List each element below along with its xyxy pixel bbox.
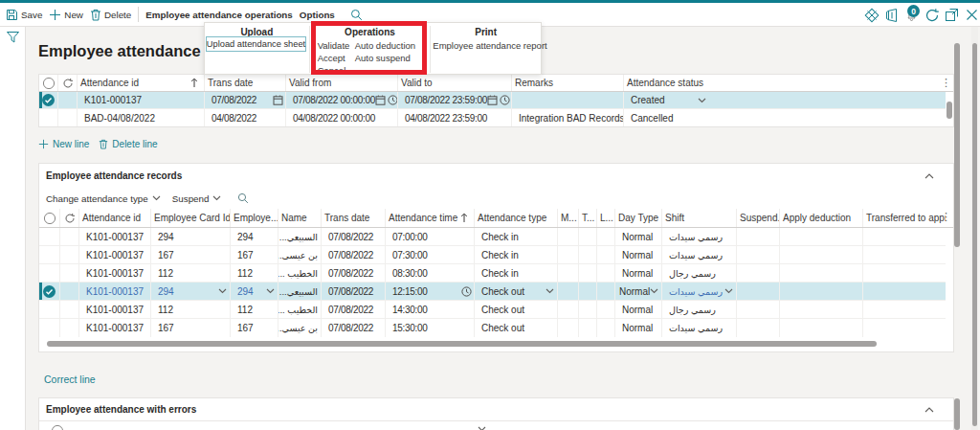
cell-employee[interactable]: 112 — [231, 301, 278, 318]
col-attendance-time[interactable]: Attendance time — [386, 209, 475, 227]
cell-trans-date[interactable]: 07/08/2022 — [322, 283, 386, 300]
cell-attendance-id[interactable]: K101-000137 — [79, 246, 151, 263]
records-grid-row[interactable]: K101-000137 112 112 الخطيب ... 07/08/202… — [39, 301, 946, 319]
col-attendance-type[interactable]: Attendance type — [475, 209, 558, 227]
column-options-icon[interactable]: ⋮ — [941, 78, 951, 88]
cell-employee-card-id[interactable]: 294 — [151, 283, 231, 300]
header-grid-row-selected[interactable]: K101-000137 07/08/2022 07/08/2022 00:00:… — [39, 92, 946, 109]
new-line-button[interactable]: New line — [38, 139, 89, 149]
cell-shift[interactable]: رسمي رجال — [662, 264, 737, 282]
col-t[interactable]: T... — [579, 209, 597, 227]
cell-attendance-type[interactable]: Check out — [475, 283, 558, 300]
cell-attendance-id[interactable]: K101-000137 — [79, 319, 151, 337]
suspend-menu[interactable]: Suspend — [172, 193, 222, 204]
cell-valid-from[interactable]: 04/08/2022 00:00:00 — [286, 109, 398, 126]
row-selected-check-icon[interactable] — [39, 92, 58, 108]
header-grid-row[interactable]: BAD-04/08/2022 04/08/2022 04/08/2022 00:… — [39, 109, 946, 126]
clock-icon[interactable] — [388, 95, 398, 105]
col-trans-date[interactable]: Trans date — [205, 75, 286, 91]
errors-scrollbar-thumb[interactable] — [954, 398, 960, 430]
cell-employee[interactable]: 112 — [231, 264, 278, 282]
cell-attendance-time[interactable]: 12:15:00 — [386, 283, 475, 300]
chevron-down-icon[interactable] — [546, 288, 557, 294]
col-m[interactable]: M... — [558, 209, 579, 227]
cell-valid-to[interactable]: 04/08/2022 23:59:00 — [398, 109, 512, 126]
col-day-type[interactable]: Day Type — [615, 209, 662, 227]
header-grid-vscrollbar[interactable] — [947, 102, 952, 119]
cell-shift[interactable]: رسمي سيدات — [662, 246, 737, 263]
records-grid-row-selected[interactable]: K101-000137 294 294 السبيعي... 07/08/202… — [39, 283, 946, 301]
records-section-header[interactable]: Employee attendance records — [39, 164, 953, 188]
clock-icon[interactable] — [500, 95, 510, 105]
select-all-checkbox[interactable] — [51, 424, 64, 430]
refresh-grid-icon[interactable] — [58, 75, 78, 91]
calendar-icon[interactable] — [273, 95, 283, 105]
cell-employee[interactable]: 167 — [231, 246, 278, 263]
errors-section-header[interactable]: Employee attendance with errors — [39, 398, 953, 421]
cell-attendance-time[interactable]: 15:30:00 — [386, 319, 475, 337]
records-grid-row[interactable]: K101-000137 112 112 الخطيب ... 07/08/202… — [39, 264, 946, 283]
column-options-icon[interactable]: ⋮ — [941, 212, 951, 222]
cell-trans-date[interactable]: 07/08/2022 — [322, 264, 386, 282]
cell-remarks[interactable]: Integration BAD Records — [512, 109, 624, 126]
cell-remarks[interactable] — [512, 92, 624, 108]
cell-trans-date[interactable]: 07/08/2022 — [322, 246, 386, 263]
select-all-checkbox[interactable] — [39, 209, 60, 227]
cell-employee-card-id[interactable]: 294 — [151, 228, 231, 245]
close-icon[interactable] — [964, 7, 980, 23]
cell-select[interactable] — [39, 264, 60, 282]
popout-icon[interactable] — [944, 7, 960, 23]
collapse-chevron-icon[interactable] — [924, 407, 934, 413]
content-scrollbar-thumb[interactable] — [954, 43, 960, 247]
change-attendance-type-menu[interactable]: Change attendance type — [46, 193, 161, 204]
records-grid-hscrollbar[interactable] — [47, 341, 877, 347]
cell-select[interactable] — [39, 228, 60, 245]
col-employee-card-id[interactable]: Employee Card Id — [151, 209, 231, 227]
col-apply-deduction[interactable]: Apply deduction — [780, 209, 863, 227]
chevron-down-icon[interactable] — [724, 288, 736, 294]
chevron-down-icon[interactable] — [218, 288, 230, 294]
cell-attendance-status[interactable]: Created — [624, 92, 946, 108]
cell-trans-date[interactable]: 07/08/2022 — [322, 301, 386, 318]
collapse-chevron-icon[interactable] — [924, 173, 934, 179]
cell-employee-card-id[interactable]: 167 — [151, 319, 231, 337]
cell-attendance-id[interactable]: K101-000137 — [79, 228, 151, 245]
cell-name[interactable]: بن عيسى... — [278, 246, 322, 263]
cell-attendance-time[interactable]: 14:30:00 — [386, 301, 475, 318]
cell-employee[interactable]: 167 — [231, 319, 278, 337]
cell-name[interactable]: السبيعي... — [278, 283, 322, 300]
chevron-down-icon[interactable] — [650, 288, 661, 294]
cell-shift[interactable]: رسمي سيدات — [662, 319, 737, 337]
filter-funnel-icon[interactable] — [6, 31, 20, 44]
records-grid-row[interactable]: K101-000137 294 294 السبيعي... 07/08/202… — [39, 228, 946, 246]
col-trans-date[interactable]: Trans date — [322, 209, 386, 227]
cell-attendance-time[interactable]: 07:00:00 — [386, 228, 475, 245]
cell-name[interactable]: بن عيسي... — [278, 319, 322, 337]
correct-line-button[interactable]: Correct line — [44, 373, 96, 385]
cell-day-type[interactable]: Normal — [615, 319, 662, 337]
refresh-icon[interactable] — [924, 7, 940, 23]
cell-trans-date[interactable]: 04/08/2022 — [205, 109, 286, 126]
col-l[interactable]: L... — [597, 209, 615, 227]
menu-options[interactable]: Options — [300, 10, 335, 20]
col-valid-to[interactable]: Valid to — [398, 75, 512, 91]
row-selected-check-icon[interactable] — [39, 283, 60, 300]
col-shift[interactable]: Shift — [662, 209, 737, 227]
cell-employee-card-id[interactable]: 112 — [151, 264, 231, 282]
col-attendance-status[interactable]: Attendance status — [624, 75, 946, 91]
cell-valid-from[interactable]: 07/08/2022 00:00:00 — [286, 92, 398, 108]
delete-line-button[interactable]: Delete line — [99, 139, 157, 149]
cell-name[interactable]: الخطيب ... — [278, 301, 322, 318]
cell-valid-to[interactable]: 07/08/2022 23:59:00 — [398, 92, 512, 108]
chevron-down-icon[interactable] — [266, 288, 278, 294]
col-suspend[interactable]: Suspend... — [737, 209, 780, 227]
cell-attendance-id[interactable]: K101-000137 — [78, 92, 205, 108]
dynamics-apps-icon[interactable] — [863, 7, 880, 23]
delete-button[interactable]: Delete — [90, 9, 131, 21]
col-attendance-id[interactable]: Attendance id — [79, 209, 151, 227]
col-transferred[interactable]: Transferred to appro — [863, 209, 946, 227]
upload-attendance-sheet-button[interactable]: Upload attendance sheet — [206, 36, 306, 52]
cell-attendance-type[interactable]: Check out — [475, 319, 558, 337]
cell-day-type[interactable]: Normal — [615, 283, 662, 300]
office-icon[interactable] — [883, 7, 900, 23]
